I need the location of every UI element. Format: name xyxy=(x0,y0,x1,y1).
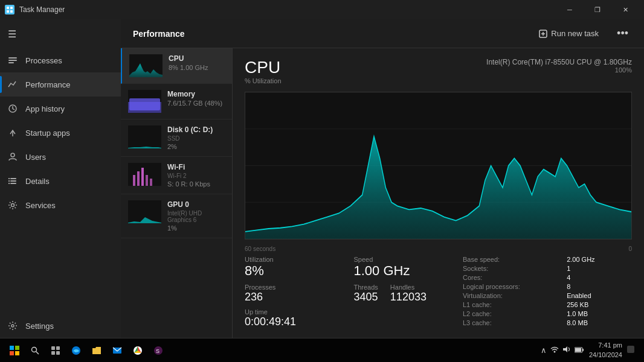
taskbar-mail-button[interactable] xyxy=(108,341,127,360)
volume-tray-icon[interactable] xyxy=(562,346,571,355)
stat-utilization: Utilization 8% xyxy=(245,256,342,279)
gpu-device-sub2: Intel(R) UHD Graphics 6 xyxy=(167,210,225,223)
content-header: Performance Run new task ••• xyxy=(121,19,644,48)
processes-value: 236 xyxy=(245,291,342,303)
processes-label: Processes xyxy=(245,284,342,291)
svg-point-9 xyxy=(11,153,14,157)
sidebar-item-details[interactable]: Details xyxy=(0,169,121,193)
sidebar-item-settings[interactable]: Settings xyxy=(0,314,121,338)
virt-label: Virtualization: xyxy=(463,292,557,299)
disk-device-sub: 2% xyxy=(167,143,225,150)
search-button[interactable] xyxy=(25,341,45,360)
device-item-cpu[interactable]: CPU 8% 1.00 GHz xyxy=(121,48,232,84)
svg-rect-53 xyxy=(582,349,584,351)
taskbar-folder-button[interactable] xyxy=(87,341,106,360)
stat-processes: Processes 236 xyxy=(245,284,342,303)
l1-label: L1 cache: xyxy=(463,301,557,308)
sidebar-item-users[interactable]: Users xyxy=(0,145,121,169)
gpu-device-sub: 1% xyxy=(167,224,225,232)
sidebar-item-performance[interactable]: Performance xyxy=(0,72,121,97)
svg-rect-0 xyxy=(7,7,9,9)
device-item-wifi[interactable]: Wi-Fi Wi-Fi 2 S: 0 R: 0 Kbps xyxy=(121,157,232,194)
close-button[interactable]: ✕ xyxy=(611,0,639,19)
taskbar-slack-button[interactable]: S xyxy=(149,341,168,360)
uptime-value: 0:00:49:41 xyxy=(245,316,342,328)
svg-rect-13 xyxy=(10,180,16,182)
l2-label: L2 cache: xyxy=(463,310,557,317)
taskbar-edge-button[interactable] xyxy=(66,341,86,360)
device-item-memory[interactable]: Memory 7.6/15.7 GB (48%) xyxy=(121,84,232,119)
taskbar-clock[interactable]: 7:41 pm 24/10/2024 xyxy=(589,341,622,360)
disk-mini-chart xyxy=(128,125,161,148)
cpu-name-group: Intel(R) Core(TM) i7-8550U CPU @ 1.80GHz… xyxy=(486,58,632,74)
minimize-button[interactable]: ─ xyxy=(556,0,584,19)
search-icon xyxy=(31,346,39,355)
svg-point-49 xyxy=(553,351,555,353)
svg-rect-34 xyxy=(15,346,19,350)
specs-right: Base speed: 2.00 GHz Sockets: 1 Cores: 4… xyxy=(451,256,632,328)
utilization-value: 8% xyxy=(245,263,342,279)
svg-rect-11 xyxy=(10,178,16,179)
svg-rect-24 xyxy=(137,171,140,186)
sidebar-spacer xyxy=(0,217,121,314)
sidebar-item-processes[interactable]: Processes xyxy=(0,48,121,72)
svg-point-17 xyxy=(11,325,14,327)
battery-icon xyxy=(575,347,584,353)
svg-rect-23 xyxy=(133,175,135,186)
run-task-icon xyxy=(539,30,547,38)
app-body: ☰ Processes Performance xyxy=(0,19,644,338)
svg-text:S: S xyxy=(156,348,159,354)
svg-rect-54 xyxy=(627,346,634,353)
battery-tray-icon[interactable] xyxy=(575,346,584,355)
base-speed-label: Base speed: xyxy=(463,256,557,263)
sidebar-item-startup-apps[interactable]: Startup apps xyxy=(0,121,121,145)
sidebar-item-services[interactable]: Services xyxy=(0,193,121,217)
sidebar-label-app-history: App history xyxy=(25,104,65,113)
l3-label: L3 cache: xyxy=(463,319,557,326)
sidebar-item-app-history[interactable]: App history xyxy=(0,97,121,121)
mail-icon xyxy=(112,346,122,355)
notification-icon xyxy=(627,346,634,353)
run-new-task-button[interactable]: Run new task xyxy=(534,27,604,40)
content-split: CPU 8% 1.00 GHz Memory 7.6/15.7 GB ( xyxy=(121,48,644,338)
l3-value: 8.0 MB xyxy=(567,319,632,326)
speed-label: Speed xyxy=(354,256,451,263)
notification-button[interactable] xyxy=(627,346,634,355)
more-options-button[interactable]: ••• xyxy=(613,25,632,42)
sidebar-toggle-button[interactable]: ☰ xyxy=(0,22,24,46)
device-item-gpu[interactable]: GPU 0 Intel(R) UHD Graphics 6 1% xyxy=(121,194,232,238)
device-item-disk[interactable]: Disk 0 (C: D:) SSD 2% xyxy=(121,119,232,157)
sidebar-label-performance: Performance xyxy=(25,80,70,89)
stats-left: Utilization 8% Speed 1.00 GHz Processes … xyxy=(245,256,451,328)
disk-device-sub2: SSD xyxy=(167,135,225,142)
svg-rect-27 xyxy=(150,179,152,186)
restore-button[interactable]: ❐ xyxy=(584,0,611,19)
titlebar-title: Task Manager xyxy=(19,5,551,14)
titlebar: Task Manager ─ ❐ ✕ xyxy=(0,0,644,19)
svg-rect-15 xyxy=(10,183,16,184)
start-button[interactable] xyxy=(5,341,24,360)
wifi-mini-chart xyxy=(128,163,161,186)
sockets-value: 1 xyxy=(567,265,632,272)
tray-expand-icon[interactable]: ∧ xyxy=(541,346,547,355)
header-actions: Run new task ••• xyxy=(534,25,632,42)
sidebar-label-services: Services xyxy=(25,201,56,210)
cpu-mini-chart xyxy=(129,54,163,77)
cpu-device-name: CPU xyxy=(169,54,225,63)
wifi-tray-icon[interactable] xyxy=(550,346,559,355)
svg-rect-36 xyxy=(15,351,19,355)
taskbar-date-value: 24/10/2024 xyxy=(589,351,622,360)
svg-rect-2 xyxy=(7,10,9,13)
virt-value: Enabled xyxy=(567,292,632,299)
cpu-pct-label: 100% xyxy=(486,66,632,74)
stat-handles: Handles 112033 xyxy=(390,284,427,303)
folder-icon xyxy=(92,346,101,355)
svg-rect-3 xyxy=(10,10,13,13)
sockets-label: Sockets: xyxy=(463,265,557,272)
performance-icon xyxy=(7,79,18,90)
task-view-button[interactable] xyxy=(46,341,65,360)
svg-point-16 xyxy=(11,204,14,207)
details-icon xyxy=(7,176,18,186)
svg-rect-35 xyxy=(10,351,14,355)
taskbar-chrome-button[interactable] xyxy=(128,341,147,360)
